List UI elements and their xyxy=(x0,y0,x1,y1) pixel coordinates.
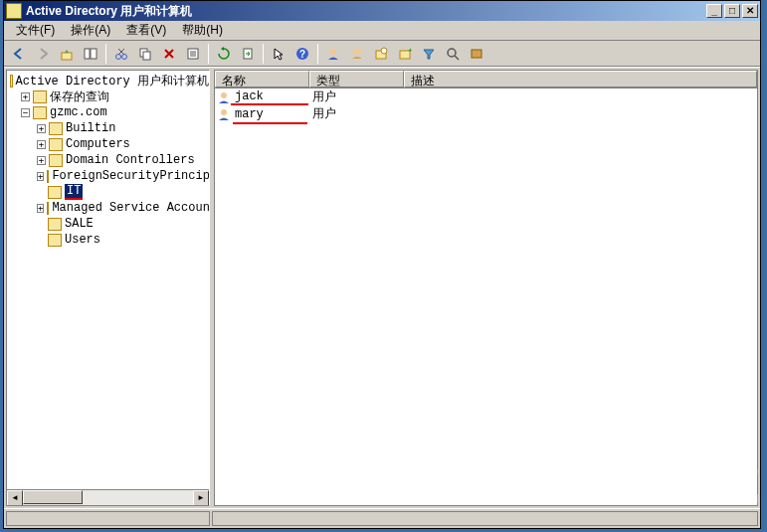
svg-point-14 xyxy=(330,49,336,55)
tree-pane[interactable]: Active Directory 用户和计算机 + 保存的查询 − gzmc.c… xyxy=(6,70,210,506)
tree-root-label: Active Directory 用户和计算机 xyxy=(16,73,209,89)
delete-icon[interactable] xyxy=(158,43,180,65)
expander-icon[interactable]: + xyxy=(37,156,46,165)
list-item[interactable]: mary 用户 xyxy=(215,105,757,122)
back-icon[interactable] xyxy=(8,43,30,65)
tree-label: Builtin xyxy=(66,121,115,135)
help-icon[interactable]: ? xyxy=(291,43,313,65)
tree-label: Domain Controllers xyxy=(66,153,195,167)
tree-root[interactable]: Active Directory 用户和计算机 xyxy=(7,73,209,89)
svg-rect-23 xyxy=(472,50,481,58)
folder-icon xyxy=(47,202,49,215)
svg-rect-0 xyxy=(62,53,72,60)
scroll-left-icon[interactable]: ◄ xyxy=(7,490,23,506)
filter-icon[interactable] xyxy=(418,43,440,65)
tree-body: Active Directory 用户和计算机 + 保存的查询 − gzmc.c… xyxy=(7,71,209,250)
col-desc[interactable]: 描述 xyxy=(404,71,757,88)
expander-icon[interactable]: + xyxy=(37,124,46,133)
svg-rect-2 xyxy=(91,49,96,59)
user-icon xyxy=(217,107,231,121)
svg-point-3 xyxy=(116,54,121,59)
expander-icon[interactable]: + xyxy=(37,140,46,149)
menu-file[interactable]: 文件(F) xyxy=(8,20,63,41)
titlebar[interactable]: Active Directory 用户和计算机 _ □ ✕ xyxy=(4,1,760,21)
tree-item-fsp[interactable]: + ForeignSecurityPrincipals xyxy=(7,168,209,184)
folder-icon xyxy=(49,122,63,135)
expander-icon[interactable]: − xyxy=(21,108,30,117)
folder-icon xyxy=(49,154,63,167)
list-header: 名称 类型 描述 xyxy=(215,71,757,89)
tree-label: Computers xyxy=(66,137,130,151)
window-title: Active Directory 用户和计算机 xyxy=(26,3,706,20)
show-hide-icon[interactable] xyxy=(80,43,101,65)
col-name[interactable]: 名称 xyxy=(215,71,309,88)
tree-item-domain-controllers[interactable]: + Domain Controllers xyxy=(7,152,209,168)
ou-icon xyxy=(48,186,62,199)
close-button[interactable]: ✕ xyxy=(742,4,758,18)
svg-point-21 xyxy=(448,49,456,57)
expander-icon[interactable]: + xyxy=(21,92,30,101)
minimize-button[interactable]: _ xyxy=(706,4,722,18)
list-item[interactable]: jack 用户 xyxy=(215,89,757,105)
cut-icon[interactable] xyxy=(110,43,132,65)
list-body: jack 用户 mary 用户 xyxy=(215,89,757,505)
col-type[interactable]: 类型 xyxy=(309,71,404,88)
svg-rect-1 xyxy=(85,49,90,59)
user-icon xyxy=(217,90,231,104)
menu-action[interactable]: 操作(A) xyxy=(63,20,118,41)
app-icon xyxy=(6,3,22,19)
properties-icon[interactable] xyxy=(182,43,204,65)
menu-help[interactable]: 帮助(H) xyxy=(174,20,231,41)
svg-text:?: ? xyxy=(299,49,305,60)
new-group-icon[interactable] xyxy=(346,43,368,65)
copy-icon[interactable] xyxy=(134,43,156,65)
tree-scrollbar[interactable]: ◄ ► xyxy=(7,489,209,505)
svg-point-25 xyxy=(221,109,227,115)
tree-label: ForeignSecurityPrincipals xyxy=(52,169,210,183)
tree-item-it[interactable]: IT xyxy=(7,184,209,200)
new-ou-icon[interactable] xyxy=(370,43,392,65)
folder-icon xyxy=(33,90,47,103)
tree-item-users[interactable]: Users xyxy=(7,232,209,248)
svg-point-16 xyxy=(357,49,362,54)
expander-icon[interactable]: + xyxy=(37,204,44,213)
scroll-thumb[interactable] xyxy=(23,490,83,504)
tree-item-computers[interactable]: + Computers xyxy=(7,136,209,152)
forward-icon[interactable] xyxy=(32,43,54,65)
scroll-right-icon[interactable]: ► xyxy=(193,490,209,506)
new-user-icon[interactable] xyxy=(322,43,344,65)
svg-point-24 xyxy=(221,92,227,98)
add-to-group-icon[interactable]: + xyxy=(394,43,416,65)
find-icon[interactable] xyxy=(442,43,464,65)
item-type: 用户 xyxy=(308,105,403,122)
list-pane[interactable]: 名称 类型 描述 jack 用户 mary 用户 xyxy=(214,70,758,506)
expander-icon[interactable]: + xyxy=(37,172,44,181)
folder-icon xyxy=(47,170,49,183)
status-left xyxy=(6,511,210,526)
folder-icon xyxy=(49,138,63,151)
cursor-icon[interactable] xyxy=(268,43,289,65)
annotation-underline xyxy=(233,122,307,124)
item-type: 用户 xyxy=(308,89,403,105)
tree-saved-queries[interactable]: + 保存的查询 xyxy=(7,89,209,104)
refresh-icon[interactable] xyxy=(213,43,235,65)
tree-item-sale[interactable]: SALE xyxy=(7,216,209,232)
item-name: mary xyxy=(231,107,308,121)
svg-text:+: + xyxy=(408,47,412,55)
menu-view[interactable]: 查看(V) xyxy=(118,20,174,41)
tree-item-builtin[interactable]: + Builtin xyxy=(7,120,209,136)
folder-icon xyxy=(48,234,62,247)
svg-point-4 xyxy=(122,54,127,59)
ou-icon xyxy=(48,218,62,231)
statusbar xyxy=(4,508,760,528)
tree-label: gzmc.com xyxy=(50,105,107,119)
maximize-button[interactable]: □ xyxy=(724,4,740,18)
export-icon[interactable] xyxy=(237,43,259,65)
more-icon[interactable] xyxy=(466,43,487,65)
aduc-icon xyxy=(10,75,13,88)
toolbar: ? + xyxy=(4,41,760,67)
up-icon[interactable] xyxy=(56,43,78,65)
tree-domain[interactable]: − gzmc.com xyxy=(7,104,209,120)
tree-item-msa[interactable]: + Managed Service Accounts xyxy=(7,200,209,216)
tree-label-selected: IT xyxy=(65,184,83,200)
